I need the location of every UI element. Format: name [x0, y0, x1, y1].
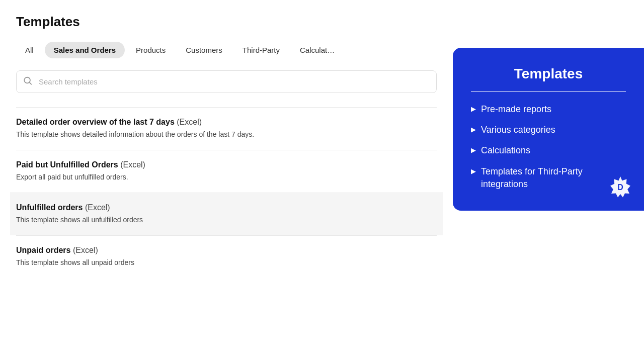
- play-icon: ▶: [471, 167, 476, 176]
- template-desc: This template shows all unpaid orders: [16, 257, 437, 268]
- tooltip-list-item: ▶ Pre-made reports: [471, 103, 626, 116]
- tab-third-party[interactable]: Third-Party: [233, 42, 289, 58]
- tooltip-panel: Templates ▶ Pre-made reports ▶ Various c…: [453, 48, 644, 211]
- badge-icon: D: [608, 175, 633, 201]
- tooltip-item-label: Pre-made reports: [481, 103, 551, 116]
- template-list: Detailed order overview of the last 7 da…: [16, 107, 437, 278]
- template-title: Detailed order overview of the last 7 da…: [16, 118, 437, 127]
- search-input[interactable]: [16, 70, 437, 93]
- page-title: Templates: [16, 14, 437, 30]
- tooltip-item-label: Calculations: [481, 144, 530, 157]
- tab-customers[interactable]: Customers: [177, 42, 231, 58]
- tooltip-item-label: Templates for Third-Party integrations: [481, 165, 626, 191]
- tooltip-title: Templates: [471, 66, 626, 82]
- template-item-highlighted[interactable]: Unfulfilled orders (Excel) This template…: [10, 193, 443, 235]
- tab-calculat[interactable]: Calculat…: [291, 42, 344, 58]
- tab-sales-orders[interactable]: Sales and Orders: [45, 42, 125, 58]
- template-title: Paid but Unfulfilled Orders (Excel): [16, 160, 437, 169]
- play-icon: ▶: [471, 105, 476, 114]
- template-item[interactable]: Detailed order overview of the last 7 da…: [16, 107, 437, 150]
- template-item[interactable]: Unpaid orders (Excel) This template show…: [16, 235, 437, 278]
- tooltip-list-item: ▶ Templates for Third-Party integrations: [471, 165, 626, 191]
- search-container: [16, 70, 437, 93]
- template-title: Unpaid orders (Excel): [16, 246, 437, 255]
- play-icon: ▶: [471, 125, 476, 134]
- template-desc: Export all paid but unfulfilled orders.: [16, 172, 437, 183]
- tab-bar: All Sales and Orders Products Customers …: [16, 42, 437, 58]
- tooltip-divider: [471, 91, 626, 92]
- template-title: Unfulfilled orders (Excel): [16, 203, 437, 212]
- svg-text:D: D: [617, 183, 623, 192]
- template-item[interactable]: Paid but Unfulfilled Orders (Excel) Expo…: [16, 150, 437, 193]
- tab-all[interactable]: All: [16, 42, 43, 58]
- template-desc: This template shows all unfulfilled orde…: [16, 215, 437, 225]
- template-desc: This template shows detailed information…: [16, 129, 437, 140]
- tab-products[interactable]: Products: [127, 42, 175, 58]
- tooltip-item-label: Various categories: [481, 124, 555, 136]
- tooltip-list: ▶ Pre-made reports ▶ Various categories …: [471, 103, 626, 191]
- tooltip-list-item: ▶ Calculations: [471, 144, 626, 157]
- play-icon: ▶: [471, 146, 476, 155]
- tooltip-list-item: ▶ Various categories: [471, 124, 626, 136]
